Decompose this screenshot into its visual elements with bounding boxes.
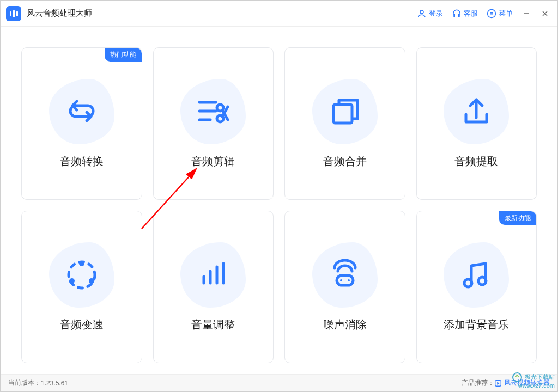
card-label: 音频变速 (60, 317, 104, 332)
card-add-bgm[interactable]: 最新功能 添加背景音乐 (416, 211, 537, 363)
minimize-button[interactable] (521, 9, 531, 19)
product-icon (494, 379, 502, 387)
card-label: 音频提取 (454, 154, 498, 169)
user-icon (417, 9, 427, 19)
statusbar: 当前版本： 1.23.5.61 产品推荐： 风云视频转换器 (1, 374, 557, 391)
cut-icon (180, 79, 246, 144)
support-button[interactable]: 客服 (452, 9, 478, 19)
card-volume-adjust[interactable]: 音量调整 (153, 211, 274, 363)
card-noise-reduce[interactable]: 噪声消除 (284, 211, 405, 363)
app-logo-icon (6, 6, 21, 21)
svg-rect-15 (333, 105, 352, 123)
svg-point-0 (420, 10, 423, 14)
card-audio-merge[interactable]: 音频合并 (284, 47, 405, 200)
music-icon (444, 242, 509, 308)
close-button[interactable] (540, 9, 550, 19)
close-icon (541, 10, 549, 17)
recommend-link[interactable]: 风云视频转换器 (494, 378, 550, 388)
badge-hot: 热门功能 (105, 48, 142, 62)
login-label: 登录 (429, 9, 443, 19)
menu-button[interactable]: 菜单 (487, 9, 513, 19)
noise-icon (312, 242, 378, 308)
version-value: 1.23.5.61 (41, 379, 68, 387)
headset-icon (452, 9, 462, 19)
convert-icon (49, 79, 114, 144)
content-area: 热门功能 音频转换 (1, 27, 557, 374)
svg-point-19 (89, 278, 94, 284)
card-audio-speed[interactable]: 音频变速 (21, 211, 142, 363)
svg-point-17 (79, 261, 84, 266)
card-label: 音频合并 (323, 154, 367, 169)
badge-new: 最新功能 (499, 211, 536, 225)
menu-label: 菜单 (499, 9, 513, 19)
svg-point-26 (348, 279, 350, 281)
card-label: 音量调整 (191, 317, 235, 332)
card-audio-convert[interactable]: 热门功能 音频转换 (21, 47, 142, 200)
login-button[interactable]: 登录 (417, 9, 443, 19)
version-label: 当前版本： (8, 378, 41, 388)
card-label: 添加背景音乐 (444, 317, 509, 332)
svg-point-18 (69, 278, 75, 284)
menu-icon (487, 9, 496, 19)
card-audio-cut[interactable]: 音频剪辑 (153, 47, 274, 200)
speed-icon (49, 242, 114, 308)
app-title: 风云音频处理大师 (27, 8, 92, 19)
support-label: 客服 (464, 9, 478, 19)
svg-point-27 (464, 279, 472, 287)
card-label: 噪声消除 (323, 317, 367, 332)
card-label: 音频剪辑 (191, 154, 235, 169)
extract-icon (444, 79, 509, 144)
volume-icon (180, 242, 246, 308)
card-audio-extract[interactable]: 音频提取 (416, 47, 537, 200)
titlebar: 风云音频处理大师 登录 客服 菜单 (1, 1, 557, 27)
minimize-icon (523, 10, 530, 17)
recommend-product: 风云视频转换器 (504, 378, 550, 388)
recommend-label: 产品推荐： (462, 378, 494, 388)
svg-point-28 (478, 277, 486, 285)
titlebar-actions: 登录 客服 菜单 (417, 9, 550, 19)
card-label: 音频转换 (60, 154, 104, 169)
svg-point-25 (340, 279, 342, 281)
app-window: 风云音频处理大师 登录 客服 菜单 (0, 0, 558, 392)
svg-rect-24 (337, 275, 353, 285)
feature-grid: 热门功能 音频转换 (21, 47, 537, 363)
merge-icon (312, 79, 378, 144)
